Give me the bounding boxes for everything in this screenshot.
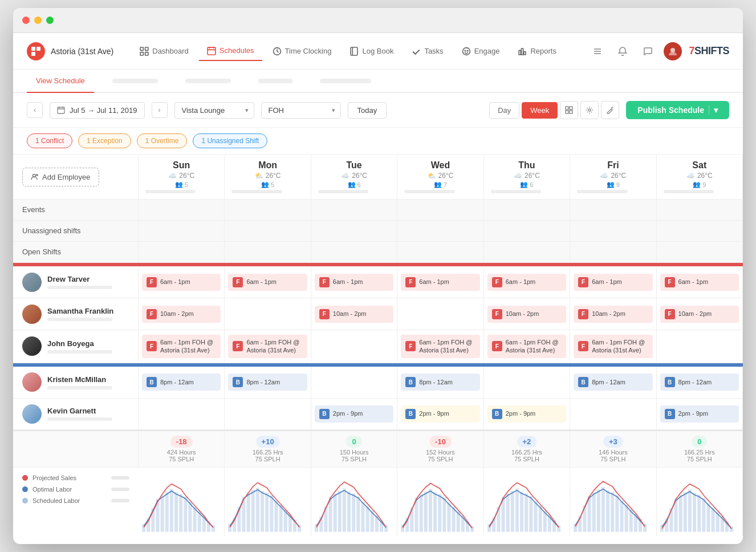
drew-fri-shift[interactable]: F 6am - 1pm — [574, 274, 652, 291]
mon-hours: 166.25 Hrs 75 SPLH — [253, 449, 283, 462]
john-fri[interactable]: F 6am - 1pm FOH @ Astoria (31st Ave) — [570, 330, 656, 363]
svg-rect-82 — [448, 502, 451, 532]
prev-week-button[interactable]: ‹ — [27, 102, 43, 118]
kevin-wed[interactable]: B 2pm - 9pm — [397, 399, 483, 429]
overtime-badge[interactable]: 1 Overtime — [137, 133, 188, 148]
scheduled-dot — [22, 498, 28, 504]
location-dropdown-wrapper: Vista Lounge — [174, 102, 254, 119]
kevin-fri[interactable] — [570, 399, 656, 429]
events-label: Events — [13, 200, 139, 220]
exception-badge[interactable]: 1 Exception — [78, 133, 131, 148]
conflict-badge[interactable]: 1 Conflict — [27, 133, 72, 148]
drew-tue-shift[interactable]: F 6am - 1pm — [315, 274, 393, 291]
svg-rect-50 — [275, 500, 278, 531]
drew-thu-shift[interactable]: F 6am - 1pm — [487, 274, 566, 291]
drew-mon[interactable]: F 6am - 1pm — [225, 266, 311, 298]
john-tue[interactable] — [311, 330, 397, 363]
svg-rect-18 — [566, 107, 568, 109]
kristen-thu[interactable] — [484, 367, 570, 398]
minimize-button[interactable] — [34, 17, 42, 24]
svg-rect-60 — [333, 493, 336, 531]
drew-sun-shift[interactable]: F 6am - 1pm — [142, 274, 221, 291]
kristen-fri[interactable]: B 8pm - 12am — [570, 367, 656, 398]
chat-icon-btn[interactable] — [639, 42, 657, 60]
svg-rect-15 — [524, 51, 526, 54]
wed-hours: 152 Hours 75 SPLH — [426, 449, 455, 462]
week-view-button[interactable]: Week — [522, 102, 558, 119]
close-button[interactable] — [22, 17, 30, 24]
day-view-button[interactable]: Day — [489, 102, 519, 119]
kevin-mon[interactable] — [225, 399, 311, 429]
samantha-mon[interactable] — [225, 298, 311, 330]
drew-sat-shift[interactable]: F 6am - 1pm — [660, 274, 739, 291]
svg-rect-127 — [693, 493, 696, 531]
svg-rect-109 — [597, 489, 600, 531]
kevin-thu[interactable]: B 2pm - 9pm — [484, 399, 570, 429]
nav-timeclocking[interactable]: Time Clocking — [265, 42, 340, 61]
drew-mon-shift[interactable]: F 6am - 1pm — [228, 274, 307, 291]
user-avatar[interactable] — [664, 42, 682, 60]
svg-rect-17 — [58, 107, 64, 113]
svg-rect-110 — [601, 487, 605, 531]
kristen-sat[interactable]: B 8pm - 12am — [657, 367, 743, 398]
kristen-tue[interactable] — [311, 367, 397, 398]
notifications-icon-btn[interactable] — [613, 42, 632, 60]
drew-sat[interactable]: F 6am - 1pm — [657, 266, 743, 298]
today-button[interactable]: Today — [348, 102, 387, 119]
drew-sun[interactable]: F 6am - 1pm — [139, 266, 225, 298]
samantha-sat[interactable]: F 10am - 2pm — [657, 298, 743, 330]
samantha-wed[interactable] — [397, 298, 483, 330]
unassigned-badge[interactable]: 1 Unassigned Shift — [193, 133, 267, 148]
drew-tue[interactable]: F 6am - 1pm — [311, 266, 397, 298]
john-wed[interactable]: F 6am - 1pm FOH @ Astoria (31st Ave) — [397, 330, 483, 363]
kevin-tue[interactable]: B 2pm - 9pm — [311, 399, 397, 429]
thu-bar — [491, 190, 542, 193]
drew-wed-shift[interactable]: F 6am - 1pm — [401, 274, 479, 291]
nav-dashboard[interactable]: Dashboard — [132, 42, 197, 61]
location-dropdown[interactable]: Vista Lounge — [174, 102, 254, 119]
samantha-tue[interactable]: F 10am - 2pm — [311, 298, 397, 330]
grid-view-button[interactable] — [560, 101, 578, 119]
drew-fri[interactable]: F 6am - 1pm — [570, 266, 656, 298]
samantha-thu[interactable]: F 10am - 2pm — [484, 298, 570, 330]
kristen-wed[interactable]: B 8pm - 12am — [397, 367, 483, 398]
john-sun[interactable]: F 6am - 1pm FOH @ Astoria (31st Ave) — [139, 330, 225, 363]
subnav-view-schedule[interactable]: View Schedule — [27, 70, 94, 93]
date-range-display[interactable]: Jul 5 → Jul 11, 2019 — [50, 102, 145, 119]
nav-logbook[interactable]: Log Book — [342, 42, 401, 61]
kevin-sat[interactable]: B 2pm - 9pm — [657, 399, 743, 429]
nav-tasks[interactable]: Tasks — [404, 42, 451, 61]
drew-thu[interactable]: F 6am - 1pm — [484, 266, 570, 298]
kevin-sun[interactable] — [139, 399, 225, 429]
samantha-sun[interactable]: F 10am - 2pm — [139, 298, 225, 330]
svg-rect-78 — [429, 489, 432, 531]
add-employee-button[interactable]: Add Employee — [22, 168, 99, 186]
john-mon[interactable]: F 6am - 1pm FOH @ Astoria (31st Ave) — [225, 330, 311, 363]
svg-rect-111 — [606, 490, 609, 531]
drew-wed[interactable]: F 6am - 1pm — [397, 266, 483, 298]
nav-schedules[interactable]: Schedules — [199, 42, 262, 61]
department-dropdown[interactable]: FOH — [261, 102, 341, 119]
projected-bar — [111, 476, 129, 480]
kristen-mon[interactable]: B 8pm - 12am — [225, 367, 311, 398]
svg-rect-97 — [529, 496, 533, 532]
john-sat[interactable] — [657, 330, 743, 363]
john-thu[interactable]: F 6am - 1pm FOH @ Astoria (31st Ave) — [484, 330, 570, 363]
settings-tool-button[interactable] — [580, 101, 599, 119]
samantha-fri[interactable]: F 10am - 2pm — [570, 298, 656, 330]
kristen-sun[interactable]: B 8pm - 12am — [139, 367, 225, 398]
footer-sun: -18 424 Hours 75 SPLH — [139, 431, 225, 467]
wand-tool-button[interactable] — [601, 101, 619, 119]
menu-icon-btn[interactable] — [588, 42, 607, 60]
nav-reports[interactable]: Reports — [510, 42, 564, 61]
chart-row: Projected Sales Optimal Labor Scheduled … — [13, 467, 743, 536]
publish-button[interactable]: Publish Schedule ▾ — [626, 101, 729, 119]
svg-point-11 — [465, 50, 465, 51]
svg-point-12 — [467, 50, 468, 51]
subnav-placeholder-4 — [320, 79, 371, 83]
maximize-button[interactable] — [46, 17, 54, 24]
check-icon — [412, 47, 421, 56]
next-week-button[interactable]: › — [152, 102, 168, 118]
nav-engage[interactable]: Engage — [454, 42, 508, 61]
top-nav: Astoria (31st Ave) Dashboard Schedules T… — [13, 33, 743, 70]
